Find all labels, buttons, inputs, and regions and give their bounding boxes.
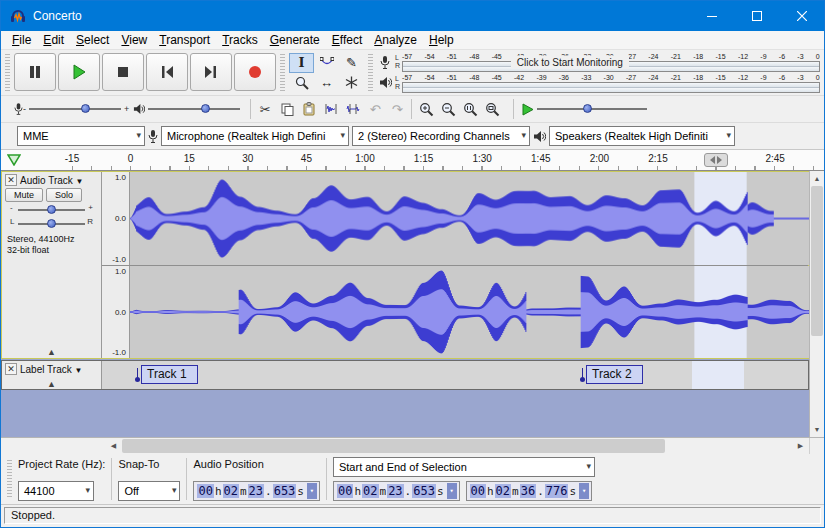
- vertical-scroll-thumb[interactable]: [811, 186, 823, 336]
- selection-mode-select[interactable]: Start and End of Selection: [333, 457, 595, 477]
- play-speed-slider[interactable]: [537, 102, 647, 116]
- solo-button[interactable]: Solo: [46, 188, 82, 202]
- zoom-in-button[interactable]: [415, 98, 437, 120]
- track-menu-button[interactable]: Label Track ▼: [20, 364, 82, 375]
- vertical-scale[interactable]: 1.0 0.0 -1.0: [102, 266, 130, 359]
- timeshift-tool-button[interactable]: ↔: [314, 73, 339, 93]
- menu-item-edit[interactable]: Edit: [37, 32, 70, 48]
- monitoring-hint[interactable]: Click to Start Monitoring: [511, 56, 629, 69]
- horizontal-scroll-thumb[interactable]: [122, 439, 665, 453]
- menu-item-tracks[interactable]: Tracks: [216, 32, 264, 48]
- track-close-button[interactable]: ✕: [5, 174, 17, 186]
- copy-icon: [281, 103, 294, 116]
- paste-button[interactable]: [298, 98, 320, 120]
- zoom-selection-button[interactable]: [459, 98, 481, 120]
- gain-slider[interactable]: - +: [10, 204, 93, 216]
- playback-meter[interactable]: LR -57-54-51-48-45-42-39-36-33-30-27-24-…: [377, 73, 820, 94]
- slider-thumb[interactable]: [81, 104, 90, 113]
- collapse-track-button[interactable]: ▲: [2, 347, 101, 357]
- menu-item-analyze[interactable]: Analyze: [368, 32, 423, 48]
- speaker-icon: [533, 130, 546, 143]
- silence-audio-button[interactable]: [342, 98, 364, 120]
- trim-audio-button[interactable]: [320, 98, 342, 120]
- vertical-scale[interactable]: 1.0 0.0 -1.0: [102, 172, 130, 265]
- label-flag[interactable]: Track 2: [579, 365, 643, 384]
- audio-position-field[interactable]: 00h02m23.653s▾: [193, 481, 320, 501]
- pause-button[interactable]: [14, 53, 56, 91]
- zoom-fit-button[interactable]: [481, 98, 503, 120]
- playback-volume-slider[interactable]: [148, 102, 240, 116]
- label-flag[interactable]: Track 1: [134, 365, 198, 384]
- zoom-out-button[interactable]: [437, 98, 459, 120]
- cut-button[interactable]: ✂: [254, 98, 276, 120]
- stop-button[interactable]: [102, 53, 144, 91]
- slider-thumb[interactable]: [583, 104, 592, 113]
- project-rate-select[interactable]: 44100: [18, 481, 94, 501]
- zoom-tool-button[interactable]: [289, 73, 314, 93]
- toolbar-grip[interactable]: [5, 54, 10, 91]
- menu-item-effect[interactable]: Effect: [326, 32, 368, 48]
- play-at-speed-icon[interactable]: [521, 103, 534, 116]
- menu-item-view[interactable]: View: [115, 32, 153, 48]
- scroll-up-arrow[interactable]: ▲: [810, 171, 824, 186]
- menu-item-file[interactable]: File: [6, 32, 37, 48]
- audio-host-select[interactable]: MME: [17, 126, 145, 146]
- scroll-down-arrow[interactable]: ▼: [810, 422, 824, 437]
- record-button[interactable]: [234, 53, 276, 91]
- vertical-scrollbar[interactable]: ▲ ▼: [809, 171, 824, 437]
- recording-device-select[interactable]: Microphone (Realtek High Defini: [161, 126, 349, 146]
- slider-thumb[interactable]: [201, 104, 210, 113]
- menu-item-select[interactable]: Select: [70, 32, 115, 48]
- track-menu-button[interactable]: Audio Track ▼: [20, 175, 84, 186]
- toolbar-grip[interactable]: [368, 54, 373, 91]
- label-stem-icon[interactable]: [579, 368, 586, 382]
- mute-button[interactable]: Mute: [5, 188, 43, 202]
- skip-end-button[interactable]: [190, 53, 232, 91]
- selection-tool-button[interactable]: I: [289, 53, 314, 73]
- recording-channels-select[interactable]: 2 (Stereo) Recording Channels: [352, 126, 530, 146]
- ruler-tick-label: 1:15: [414, 153, 433, 164]
- skip-start-button[interactable]: [146, 53, 188, 91]
- menu-item-transport[interactable]: Transport: [153, 32, 216, 48]
- slider-thumb[interactable]: [47, 205, 56, 214]
- collapse-track-button[interactable]: ▲: [2, 379, 101, 389]
- label-stem-icon[interactable]: [134, 368, 141, 382]
- close-button[interactable]: [779, 1, 824, 31]
- tools-toolbar: I ✎ ↔: [289, 51, 364, 94]
- horizontal-scroll-track[interactable]: [122, 438, 792, 454]
- waveform-canvas-right[interactable]: [130, 266, 810, 359]
- redo-button[interactable]: ↷: [386, 98, 408, 120]
- ruler-tick-label: 2:45: [765, 153, 784, 164]
- selection-end-field[interactable]: 00h02m36.776s▾: [466, 481, 593, 501]
- recording-meter[interactable]: LR -57-54-51-48-45-42-39-36-33-30-27-24-…: [377, 52, 820, 73]
- menu-item-help[interactable]: Help: [423, 32, 460, 48]
- toolbar-grip[interactable]: [7, 460, 12, 498]
- draw-tool-button[interactable]: ✎: [339, 53, 364, 73]
- selection-start-field[interactable]: 00h02m23.653s▾: [333, 481, 460, 501]
- timeline-options-button[interactable]: [7, 154, 21, 166]
- multi-tool-button[interactable]: [339, 73, 364, 93]
- scrub-marker[interactable]: [704, 153, 728, 167]
- scroll-right-arrow[interactable]: ▶: [792, 438, 809, 454]
- recording-volume-slider[interactable]: [29, 102, 121, 116]
- snap-to-select[interactable]: Off: [118, 481, 180, 501]
- copy-button[interactable]: [276, 98, 298, 120]
- playback-device-select[interactable]: Speakers (Realtek High Definiti: [549, 126, 735, 146]
- minimize-button[interactable]: [689, 1, 734, 31]
- timeline-ruler[interactable]: -1501530451:001:151:301:452:002:152:302:…: [1, 150, 824, 171]
- pan-slider[interactable]: L R: [10, 218, 93, 230]
- slider-thumb[interactable]: [47, 219, 56, 228]
- play-button[interactable]: [58, 53, 100, 91]
- waveform-canvas-left[interactable]: [130, 172, 810, 265]
- vertical-scroll-track[interactable]: [810, 186, 824, 422]
- toolbar-grip[interactable]: [280, 54, 285, 91]
- envelope-tool-button[interactable]: [314, 53, 339, 73]
- snap-to-label: Snap-To: [118, 457, 180, 471]
- horizontal-scrollbar[interactable]: ◀ ▶: [1, 437, 824, 454]
- undo-button[interactable]: ↶: [364, 98, 386, 120]
- track-close-button[interactable]: ✕: [5, 363, 17, 375]
- label-track-body[interactable]: Track 1 Track 2: [102, 361, 808, 389]
- maximize-button[interactable]: [734, 1, 779, 31]
- menu-item-generate[interactable]: Generate: [264, 32, 326, 48]
- scroll-left-arrow[interactable]: ◀: [105, 438, 122, 454]
